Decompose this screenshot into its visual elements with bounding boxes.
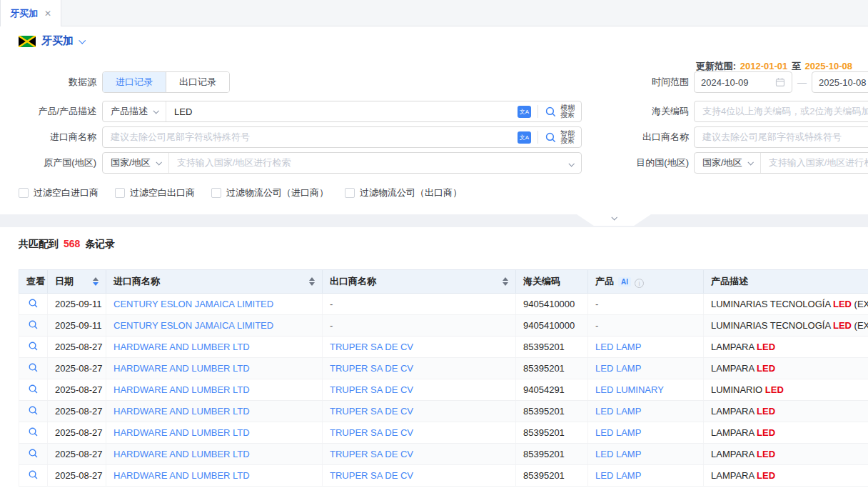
translate-icon[interactable]: 文A	[518, 106, 531, 118]
checkbox-icon[interactable]	[211, 188, 221, 198]
cell-product: LED LAMP	[588, 465, 704, 487]
origin-country-select[interactable]: 国家/地区	[103, 153, 169, 173]
cell-importer: HARDWARE AND LUMBER LTD	[106, 465, 323, 487]
filter-checkbox-1[interactable]: 过滤空白出口商	[115, 186, 195, 199]
checkbox-icon[interactable]	[345, 188, 355, 198]
cell-hscode: 85395201	[516, 422, 588, 444]
browser-tab-bar: 牙买加 ✕	[0, 0, 868, 26]
cell-exporter: TRUPER SA DE CV	[323, 379, 516, 401]
importer-link[interactable]: HARDWARE AND LUMBER LTD	[113, 406, 250, 417]
results-count: 共匹配到 568 条记录	[19, 238, 115, 251]
exporter-link[interactable]: TRUPER SA DE CV	[330, 406, 413, 417]
origin-country-input[interactable]: 支持输入国家/地区进行检索	[169, 156, 569, 169]
view-detail-icon[interactable]	[28, 405, 39, 416]
cell-exporter: TRUPER SA DE CV	[323, 337, 516, 358]
column-header-view: 查看	[19, 270, 48, 294]
exporter-link[interactable]: TRUPER SA DE CV	[330, 427, 413, 438]
country-header[interactable]: 牙买加	[19, 34, 84, 48]
chevron-down-icon	[569, 158, 581, 169]
filter-checkbox-2[interactable]: 过滤物流公司（进口商）	[211, 186, 328, 199]
filter-row-product: 产品/产品描述 产品描述 LED 文A 模糊 搜索	[0, 101, 868, 122]
end-date-input[interactable]: 2025-10-08	[812, 71, 868, 93]
start-date-input[interactable]: 2024-10-09	[694, 71, 792, 93]
filter-checkbox-3[interactable]: 过滤物流公司（出口商）	[345, 186, 462, 199]
product-link[interactable]: LED LAMP	[595, 342, 641, 352]
translate-icon[interactable]: 文A	[518, 131, 531, 144]
tab-jamaica[interactable]: 牙买加 ✕	[0, 0, 61, 26]
count-prefix: 共匹配到	[19, 238, 59, 249]
exporter-link[interactable]: TRUPER SA DE CV	[330, 449, 413, 459]
cell-importer: HARDWARE AND LUMBER LTD	[106, 379, 323, 401]
hs-code-input[interactable]: 支持4位以上海关编码，或2位海关编码加上	[694, 101, 868, 122]
exporter-name-input[interactable]: 建议去除公司尾部字符或特殊符号	[694, 126, 868, 148]
product-search-input[interactable]: LED	[166, 106, 518, 117]
sort-date-icon[interactable]	[93, 277, 99, 286]
fuzzy-search-line2: 搜索	[560, 111, 575, 119]
product-link[interactable]: LED LAMP	[595, 427, 641, 438]
importer-link[interactable]: CENTURY ESLON JAMAICA LIMITED	[113, 320, 273, 331]
exporter-link[interactable]: TRUPER SA DE CV	[330, 363, 413, 374]
column-header-date[interactable]: 日期	[48, 270, 106, 294]
column-header-exporter[interactable]: 出口商名称	[323, 270, 516, 294]
sort-importer-icon[interactable]	[309, 277, 315, 286]
destination-country-select[interactable]: 国家/地区	[695, 153, 761, 173]
checkbox-icon[interactable]	[115, 188, 125, 198]
export-records-button[interactable]: 出口记录	[166, 72, 229, 92]
column-header-importer[interactable]: 进口商名称	[106, 270, 323, 294]
exporter-link[interactable]: TRUPER SA DE CV	[330, 470, 413, 481]
description-highlight: LED	[765, 384, 784, 395]
product-type-select[interactable]: 产品描述	[103, 101, 166, 121]
cell-date: 2025-08-27	[48, 337, 106, 358]
description-text: LAMPARA	[711, 406, 757, 417]
exporter-link[interactable]: TRUPER SA DE CV	[330, 384, 413, 395]
product-link[interactable]: LED LAMP	[595, 470, 641, 481]
cell-view	[19, 379, 48, 401]
view-detail-icon[interactable]	[28, 319, 39, 330]
view-detail-icon[interactable]	[28, 298, 39, 309]
exporter-link[interactable]: TRUPER SA DE CV	[330, 342, 413, 352]
view-detail-icon[interactable]	[28, 469, 39, 480]
fuzzy-search-button[interactable]: 模糊 搜索	[538, 104, 581, 119]
view-detail-icon[interactable]	[28, 427, 39, 437]
view-detail-icon[interactable]	[28, 384, 39, 394]
product-link[interactable]: LED LUMINARY	[595, 384, 664, 395]
checkbox-label: 过滤物流公司（进口商）	[226, 186, 328, 199]
product-link[interactable]: LED LAMP	[595, 449, 641, 459]
product-link[interactable]: LED LAMP	[595, 363, 641, 374]
importer-name-input[interactable]: 建议去除公司尾部字符或特殊符号	[103, 131, 518, 144]
importer-link[interactable]: HARDWARE AND LUMBER LTD	[113, 427, 250, 438]
destination-country-select-value: 国家/地区	[702, 156, 742, 169]
product-link[interactable]: LED LAMP	[595, 406, 641, 417]
importer-link[interactable]: HARDWARE AND LUMBER LTD	[113, 449, 250, 459]
product-input-group: 产品描述 LED 文A 模糊 搜索	[102, 101, 582, 122]
filter-checkbox-0[interactable]: 过滤空白进口商	[19, 186, 99, 199]
import-records-button[interactable]: 进口记录	[103, 72, 166, 92]
chevron-down-icon	[611, 214, 617, 220]
chevron-down-icon[interactable]	[79, 37, 86, 44]
importer-link[interactable]: CENTURY ESLON JAMAICA LIMITED	[113, 299, 273, 309]
smart-search-button[interactable]: 智能 搜索	[538, 130, 581, 144]
checkbox-icon[interactable]	[19, 188, 29, 198]
cell-product: LED LUMINARY	[588, 379, 704, 401]
cell-date: 2025-08-27	[48, 444, 106, 465]
view-detail-icon[interactable]	[28, 341, 39, 352]
chevron-down-icon	[156, 159, 161, 165]
description-text: (EXT...	[852, 320, 868, 331]
importer-link[interactable]: HARDWARE AND LUMBER LTD	[113, 342, 250, 352]
importer-link[interactable]: HARDWARE AND LUMBER LTD	[113, 384, 250, 395]
results-panel: 共匹配到 568 条记录 查看 日期	[0, 227, 868, 488]
importer-link[interactable]: HARDWARE AND LUMBER LTD	[113, 363, 250, 374]
close-icon[interactable]: ✕	[44, 9, 51, 19]
update-range-end: 2025-10-08	[804, 61, 854, 71]
cell-view	[19, 294, 48, 315]
destination-country-input[interactable]: 支持输入国家/地区进行检索	[761, 156, 868, 169]
view-detail-icon[interactable]	[28, 362, 39, 373]
description-highlight: LED	[757, 427, 775, 438]
info-icon[interactable]: i	[635, 279, 644, 288]
cell-description: LAMPARA LED	[704, 401, 868, 422]
cell-exporter: TRUPER SA DE CV	[323, 358, 516, 379]
view-detail-icon[interactable]	[28, 448, 39, 459]
search-icon	[545, 106, 557, 118]
importer-link[interactable]: HARDWARE AND LUMBER LTD	[113, 470, 250, 481]
sort-exporter-icon[interactable]	[503, 277, 508, 286]
